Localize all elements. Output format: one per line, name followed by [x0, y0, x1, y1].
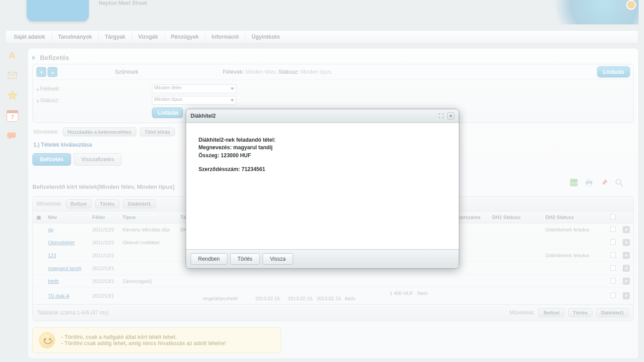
modal-title: Diákhitel2 — [191, 113, 216, 119]
modal-label-szerzodesszam: Szerződésszám: — [199, 166, 240, 172]
modal-back-button[interactable]: Vissza — [262, 253, 293, 265]
modal-value-szerzodesszam: 71234561 — [242, 166, 265, 172]
modal-label-osszeg: Összeg: — [199, 152, 219, 159]
modal-expand-icon[interactable]: ⛶ — [437, 112, 445, 119]
modal-label-megnevezes: Megnevezés: — [199, 144, 232, 151]
modal-close-icon[interactable]: ✕ — [447, 112, 454, 119]
modal-value-osszeg: 123000 HUF — [221, 152, 251, 159]
modal-line-item: Diákhitel2-nek feladandó tétel: — [199, 137, 275, 143]
modal-delete-button[interactable]: Törlés — [230, 253, 260, 265]
modal-value-megnevezes: magyarul tandíj — [233, 144, 273, 151]
diakhitel2-modal: Diákhitel2 ⛶ ✕ Diákhitel2-nek feladandó … — [186, 109, 459, 269]
modal-ok-button[interactable]: Rendben — [191, 253, 227, 265]
